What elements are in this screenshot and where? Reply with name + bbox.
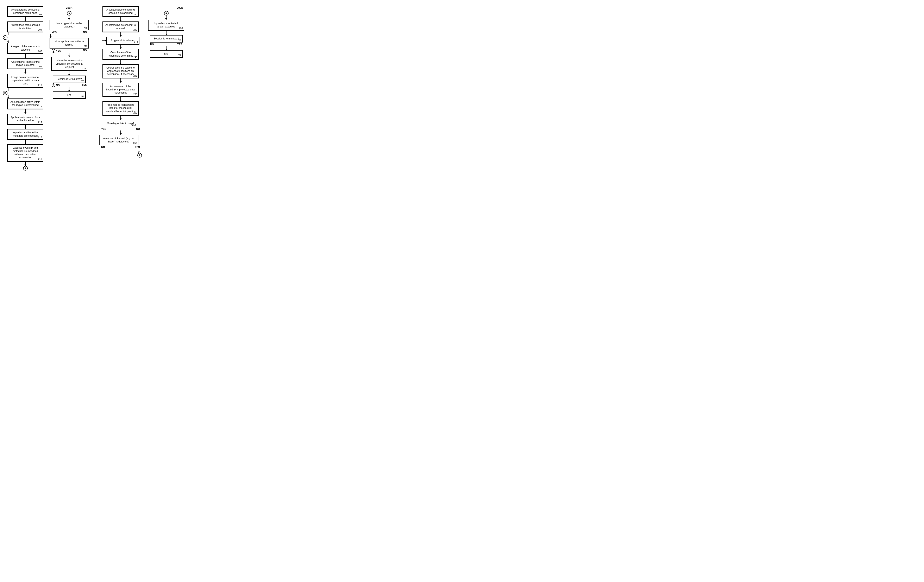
connector-c-left: C	[3, 35, 7, 40]
node-250: An area map of the hyperlink is projecte…	[102, 83, 139, 97]
branch-220-arrows	[50, 34, 89, 38]
node-240: A collaborative computing session is est…	[102, 6, 139, 17]
title-200a: 200A	[66, 6, 72, 9]
arrow-258-260	[165, 31, 167, 35]
title-200b: 200B	[177, 6, 183, 9]
far-right-column: 200B A Hyperlink is activated and/or exe…	[145, 4, 187, 171]
node-202: A collaborative computing session is est…	[7, 6, 43, 17]
right-column: A collaborative computing session is est…	[96, 4, 145, 171]
arrow-240-242	[120, 17, 122, 21]
arrow-244-246	[120, 44, 122, 49]
node-244-wrap: A hyperlink is selected 244	[102, 37, 139, 44]
arrow-224-226	[68, 71, 70, 76]
arrow-246-248	[120, 60, 122, 64]
node-216: Hyperlink and hyperlink metadata are exp…	[7, 129, 43, 140]
connector-b-middle: B	[52, 49, 55, 53]
yes-label-220: YES	[52, 31, 57, 34]
branch-220: YES NO	[50, 31, 89, 34]
node-258: Hyperlink is activated and/or executed 2…	[148, 20, 184, 31]
yes-label-254: YES	[101, 128, 106, 130]
branch-226: C NO YES	[50, 84, 89, 87]
connector-a-top-middle: A	[67, 11, 71, 15]
arrow-214-216	[25, 125, 26, 129]
no-label-254: NO	[136, 128, 140, 130]
no-label-260: NO	[150, 43, 154, 46]
arrow-260-262	[165, 46, 167, 50]
middle-column: 200A A More hyperlinks can be exposed? 2…	[46, 4, 92, 171]
node-220: More hyperlinks can be exposed? 220	[50, 20, 89, 30]
yes-label-222: YES	[56, 49, 61, 52]
node-242: An interactive screenshot is opened 242	[102, 21, 139, 33]
arrow-202-204	[25, 17, 26, 21]
node-226: Session is terminated? 226	[53, 76, 86, 83]
connector-b-left: B	[3, 91, 7, 95]
yes-arrow-220	[50, 34, 52, 38]
arrow-252-254	[120, 116, 122, 120]
node-262: End 262	[150, 50, 183, 58]
node-206: A region of the interface is selected 20…	[7, 43, 43, 54]
arrow-248-250	[120, 79, 122, 83]
node-260: Session is terminated? 260	[150, 35, 183, 43]
arrow-254-256	[120, 130, 122, 135]
node-212: An application active within the region …	[7, 99, 43, 109]
arrow-218-a	[25, 162, 26, 166]
connector-a-top-far-right: A	[164, 11, 168, 15]
branch-254: YES NO	[99, 128, 142, 130]
branch-256: NO YES	[99, 146, 142, 149]
a-connector-256	[99, 149, 142, 153]
connector-a-bottom-left: A	[23, 166, 28, 171]
arrow-a-258	[165, 15, 167, 20]
connector-a-bottom-right: A	[137, 153, 142, 158]
left-column: A collaborative computing session is est…	[4, 4, 46, 171]
node-214: Application is queried for a visible hyp…	[7, 114, 43, 125]
branch-222: B YES NO	[50, 49, 89, 53]
arrow-256-a	[138, 149, 140, 153]
node-228: End 228	[53, 92, 86, 99]
no-label-220: NO	[83, 31, 87, 34]
node-222: More applications active in region? 222	[50, 38, 89, 49]
node-256-wrap: A mouse click event (e.g., or hover) is …	[99, 135, 142, 145]
no-label-226: NO	[56, 84, 60, 87]
branch-260: NO YES	[148, 43, 184, 46]
no-label-256: NO	[101, 146, 105, 149]
node-248: Coordinates are scaled to appropriate po…	[102, 64, 139, 79]
node-246: Coordinates of the hyperlink is determin…	[102, 49, 139, 60]
arrow-212-214	[25, 109, 26, 114]
node-252: Area map is registered to listen for mou…	[102, 101, 139, 116]
arrow-208-210	[25, 69, 26, 74]
arrow-206-208	[25, 54, 26, 58]
yes-label-226: YES	[82, 84, 87, 87]
no-label-222: NO	[83, 49, 87, 53]
node-218: Exposed hyperlink and metadata is embedd…	[7, 144, 43, 162]
node-210: Image data of screenshot is persisted wi…	[7, 74, 43, 88]
arrow-a-220	[68, 15, 70, 20]
node-204: An interface of the session is identifie…	[7, 21, 43, 33]
node-256: A mouse click event (e.g., or hover) is …	[99, 135, 139, 145]
diagram-container: A collaborative computing session is est…	[4, 4, 227, 171]
node-254: More hyperlinks to map? 254	[104, 120, 137, 127]
arrow-242-244	[120, 33, 122, 37]
yes-label-260: YES	[177, 43, 182, 46]
node-208: A screenshot image of the region is crea…	[7, 58, 43, 69]
node-244: A hyperlink is selected 244	[106, 37, 139, 44]
connector-c-middle: C	[52, 84, 55, 87]
arrow-250-252	[120, 97, 122, 101]
divider-space	[92, 4, 96, 171]
node-224: Interactive screenshot is optionally con…	[51, 57, 87, 71]
arrow-222-224	[68, 53, 70, 57]
yes-label-256: YES	[135, 146, 140, 149]
arrow-216-218	[25, 140, 26, 144]
arrow-226-228	[68, 87, 70, 92]
